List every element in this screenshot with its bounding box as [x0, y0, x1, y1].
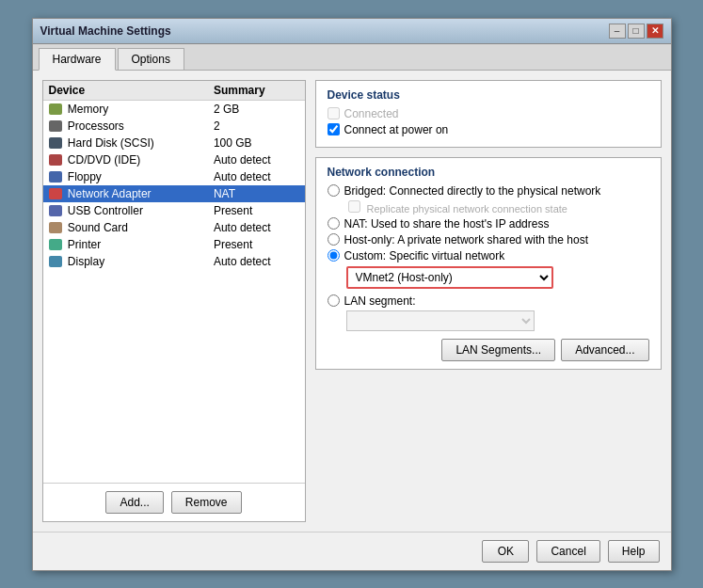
help-button[interactable]: Help [608, 540, 660, 563]
nat-label: NAT: Used to share the host's IP address [344, 217, 550, 230]
processor-icon [49, 120, 62, 132]
connect-power-checkbox[interactable] [328, 123, 340, 135]
display-icon [49, 256, 62, 267]
summary-cell: Present [208, 236, 305, 253]
replicate-label: Replicate physical network connection st… [367, 203, 567, 215]
summary-cell: Auto detect [208, 219, 305, 236]
cddvd-icon [49, 154, 62, 166]
window-title: Virtual Machine Settings [40, 24, 171, 38]
window-controls: – □ ✕ [609, 24, 663, 39]
summary-cell: Auto detect [208, 168, 305, 185]
network-connection-section: Network connection Bridged: Connected di… [315, 157, 662, 370]
summary-cell: NAT [208, 185, 305, 202]
device-table: Device Summary Memory 2 GB Processors 2 … [43, 81, 305, 483]
lan-segment-option: LAN segment: [328, 294, 649, 308]
device-cell: Display [43, 253, 208, 270]
hostonly-radio[interactable] [328, 233, 340, 246]
device-panel: Device Summary Memory 2 GB Processors 2 … [42, 80, 306, 522]
device-cell: Printer [43, 236, 208, 253]
device-name: Floppy [68, 170, 102, 183]
summary-cell: Present [208, 202, 305, 219]
title-bar: Virtual Machine Settings – □ ✕ [33, 19, 671, 44]
table-row[interactable]: Hard Disk (SCSI) 100 GB [43, 135, 305, 151]
custom-network-select[interactable]: VMnet0 (Auto-bridging) VMnet1 (Host-only… [346, 266, 553, 289]
custom-radio[interactable] [328, 249, 340, 262]
connect-power-label: Connect at power on [344, 123, 449, 136]
device-status-section: Device status Connected Connect at power… [315, 80, 662, 148]
lan-segments-button[interactable]: LAN Segments... [441, 339, 555, 361]
device-name: Processors [68, 119, 124, 133]
device-cell: USB Controller [43, 202, 208, 219]
connected-checkbox[interactable] [328, 107, 340, 119]
summary-cell: Auto detect [208, 253, 305, 270]
remove-button[interactable]: Remove [171, 491, 242, 514]
device-name: Sound Card [68, 221, 128, 234]
harddisk-icon [49, 137, 62, 149]
device-cell: Hard Disk (SCSI) [43, 135, 208, 151]
col-summary: Summary [208, 81, 305, 101]
table-row[interactable]: Printer Present [43, 236, 305, 253]
table-row[interactable]: USB Controller Present [43, 202, 305, 219]
window-footer: OK Cancel Help [33, 532, 671, 570]
table-row[interactable]: Network Adapter NAT [43, 185, 305, 202]
table-row[interactable]: Display Auto detect [43, 253, 305, 270]
tab-options[interactable]: Options [118, 48, 184, 70]
table-row[interactable]: CD/DVD (IDE) Auto detect [43, 151, 305, 168]
device-name: Hard Disk (SCSI) [68, 136, 154, 150]
hostonly-option: Host-only: A private network shared with… [328, 233, 649, 246]
device-name: USB Controller [68, 204, 143, 217]
device-panel-footer: Add... Remove [43, 483, 305, 521]
custom-option: Custom: Specific virtual network [328, 249, 649, 262]
lan-segment-label: LAN segment: [344, 294, 416, 308]
main-window: Virtual Machine Settings – □ ✕ Hardware … [32, 18, 672, 571]
device-cell: CD/DVD (IDE) [43, 151, 208, 168]
bridged-radio[interactable] [328, 184, 340, 197]
connected-option: Connected [328, 107, 649, 120]
device-cell: Sound Card [43, 219, 208, 236]
device-cell: Network Adapter [43, 185, 208, 202]
right-panel: Device status Connected Connect at power… [315, 80, 662, 522]
device-name: Network Adapter [68, 187, 152, 200]
device-cell: Memory [43, 100, 208, 118]
device-status-title: Device status [328, 88, 649, 102]
table-row[interactable]: Floppy Auto detect [43, 168, 305, 185]
sound-icon [49, 222, 62, 233]
bridged-label: Bridged: Connected directly to the physi… [344, 184, 601, 198]
hostonly-label: Host-only: A private network shared with… [344, 233, 588, 246]
network-footer: LAN Segments... Advanced... [328, 339, 649, 361]
bridged-option: Bridged: Connected directly to the physi… [328, 184, 649, 198]
device-name: Display [68, 255, 104, 268]
cancel-button[interactable]: Cancel [536, 540, 599, 563]
custom-select-wrapper: VMnet0 (Auto-bridging) VMnet1 (Host-only… [346, 266, 649, 289]
lan-segment-select-row [346, 310, 649, 331]
summary-cell: 100 GB [208, 135, 305, 151]
minimize-button[interactable]: – [609, 24, 626, 39]
device-name: Printer [68, 238, 101, 251]
device-name: Memory [68, 103, 108, 116]
close-button[interactable]: ✕ [647, 24, 663, 39]
table-row[interactable]: Memory 2 GB [43, 100, 305, 118]
connect-power-option: Connect at power on [328, 123, 649, 136]
ok-button[interactable]: OK [482, 540, 529, 563]
nat-option: NAT: Used to share the host's IP address [328, 217, 649, 230]
replicate-checkbox[interactable] [348, 200, 360, 213]
tab-hardware[interactable]: Hardware [39, 48, 116, 71]
nat-radio[interactable] [328, 217, 340, 230]
table-row[interactable]: Processors 2 [43, 118, 305, 135]
tab-bar: Hardware Options [33, 44, 671, 71]
maximize-button[interactable]: □ [628, 24, 645, 39]
add-button[interactable]: Add... [105, 491, 163, 514]
custom-label: Custom: Specific virtual network [344, 249, 505, 262]
table-row[interactable]: Sound Card Auto detect [43, 219, 305, 236]
device-name: CD/DVD (IDE) [68, 153, 140, 167]
advanced-button[interactable]: Advanced... [561, 339, 648, 361]
usb-icon [49, 205, 62, 216]
printer-icon [49, 239, 62, 250]
lan-segment-radio[interactable] [328, 294, 340, 307]
memory-icon [49, 103, 62, 115]
summary-cell: Auto detect [208, 151, 305, 168]
floppy-icon [49, 171, 62, 183]
network-connection-title: Network connection [328, 166, 649, 179]
lan-segment-select[interactable] [346, 310, 535, 331]
main-content: Device Summary Memory 2 GB Processors 2 … [33, 71, 671, 532]
